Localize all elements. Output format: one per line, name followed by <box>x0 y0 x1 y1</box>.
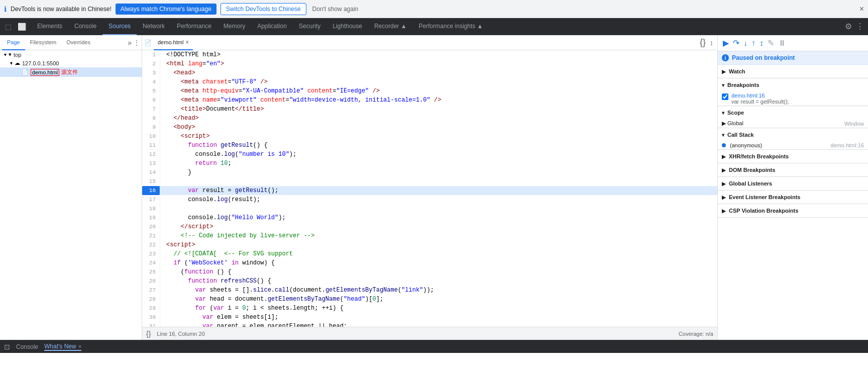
step-over-button[interactable]: ↷ <box>732 37 740 49</box>
global-listeners-arrow-icon: ▶ <box>722 181 726 187</box>
code-tab-demo[interactable]: demo.html × <box>154 35 193 50</box>
paused-text: Paused on breakpoint <box>732 54 795 61</box>
callstack-header[interactable]: ▾ Call Stack <box>718 128 868 141</box>
line-number: 24 <box>142 258 160 267</box>
code-line-30: 30 var elem = sheets[i]; <box>142 313 717 322</box>
dont-show-link[interactable]: Don't show again <box>312 6 359 13</box>
console-tab[interactable]: Console <box>16 343 38 350</box>
scope-arrow-icon: ▾ <box>722 110 724 116</box>
code-tab-close-icon[interactable]: × <box>185 39 189 46</box>
code-panel: 📄 demo.html × {} ↕ 1 <!DOCTYPE html> 2 <… <box>142 35 717 340</box>
tab-application[interactable]: Application <box>251 18 293 35</box>
step-button[interactable]: ↕ <box>758 38 765 49</box>
line-content: // <![CDATA[ <-- For SVG support <box>160 249 717 258</box>
code-line-16: 断点 16 var result = getResult(); <box>142 186 717 195</box>
dom-arrow-icon: ▶ <box>722 167 726 173</box>
scope-value: Window <box>844 121 864 127</box>
line-number: 13 <box>142 159 160 168</box>
line-number: 28 <box>142 295 160 304</box>
whats-new-tab[interactable]: What's New × <box>44 343 81 351</box>
breakpoint-code: var result = getResult(); <box>731 99 789 105</box>
source-label: 源文件 <box>61 68 78 76</box>
code-line-18: 18 <box>142 204 717 213</box>
match-language-button[interactable]: Always match Chrome's language <box>116 4 216 15</box>
tab-recorder[interactable]: Recorder ▲ <box>368 18 413 35</box>
pretty-print-button[interactable]: {} <box>146 330 151 338</box>
deactivate-breakpoints-button[interactable]: ✎ <box>767 37 775 49</box>
pause-on-exceptions-button[interactable]: ⏸ <box>777 38 787 49</box>
code-line-3: 3 <head> <box>142 68 717 77</box>
tab-lighthouse[interactable]: Lighthouse <box>327 18 368 35</box>
line-number: 4 <box>142 77 160 86</box>
resume-button[interactable]: ▶ <box>722 37 730 49</box>
tab-filesystem[interactable]: Filesystem <box>25 35 62 50</box>
inspect-icon[interactable]: ⬚ <box>3 22 14 32</box>
line-content: console.log("number is 10"); <box>160 150 717 159</box>
csp-violation-header[interactable]: ▶ CSP Violation Breakpoints <box>718 204 868 217</box>
content-area: Page Filesystem Overrides » ⋮ ▾ ▾ top ▾ … <box>0 35 868 340</box>
device-icon[interactable]: ⬜ <box>16 22 28 32</box>
xhr-breakpoints-header[interactable]: ▶ XHR/fetch Breakpoints <box>718 150 868 163</box>
step-out-button[interactable]: ↑ <box>750 38 756 49</box>
line-content: if ('WebSocket' in window) { <box>160 258 717 267</box>
dom-breakpoints-header[interactable]: ▶ DOM Breakpoints <box>718 163 868 176</box>
line-number: 17 <box>142 195 160 204</box>
line-number: 26 <box>142 277 160 286</box>
scroll-to-breakpoint-button[interactable]: ↕ <box>708 39 715 47</box>
breakpoint-file: demo.html:16 <box>731 93 789 99</box>
tree-item-demo-html[interactable]: 📄 demo.html 源文件 <box>0 67 142 77</box>
panel-more-options-icon[interactable]: ⋮ <box>134 39 140 46</box>
scope-label: Scope <box>727 110 744 116</box>
left-panel: Page Filesystem Overrides » ⋮ ▾ ▾ top ▾ … <box>0 35 142 340</box>
global-listeners-header[interactable]: ▶ Global Listeners <box>718 177 868 190</box>
tree-item-top[interactable]: ▾ ▾ top <box>0 50 142 59</box>
format-button[interactable]: {} <box>698 37 708 48</box>
line-content: </head> <box>160 114 717 123</box>
event-listener-breakpoints-header[interactable]: ▶ Event Listener Breakpoints <box>718 191 868 204</box>
breakpoints-header[interactable]: ▾ Breakpoints <box>718 78 868 92</box>
whats-new-close-icon[interactable]: × <box>78 343 81 349</box>
code-tab-label: demo.html <box>158 39 183 45</box>
code-line-19: 19 console.log("Hello World"); <box>142 213 717 222</box>
tab-sources[interactable]: Sources <box>102 18 137 35</box>
callstack-section: ▾ Call Stack (anonymous) demo.html:16 <box>718 128 868 150</box>
watch-header[interactable]: ▶ Watch <box>718 65 868 78</box>
switch-chinese-button[interactable]: Switch DevTools to Chinese <box>221 3 306 15</box>
left-panel-tabs: Page Filesystem Overrides » ⋮ <box>0 35 142 50</box>
callstack-item[interactable]: (anonymous) demo.html:16 <box>718 141 868 149</box>
console-toggle-icon[interactable]: ⊡ <box>4 343 10 351</box>
tab-performance[interactable]: Performance <box>171 18 218 35</box>
line-number: 6 <box>142 96 160 105</box>
right-icons: ⚙ ⋮ <box>841 22 868 31</box>
tree-item-server[interactable]: ▾ ☁ 127.0.0.1:5500 <box>0 59 142 67</box>
breakpoint-checkbox[interactable] <box>722 94 728 100</box>
more-tabs-icon[interactable]: » <box>128 39 132 47</box>
code-editor[interactable]: 1 <!DOCTYPE html> 2 <html lang="en"> 3 <… <box>142 50 717 327</box>
tab-console[interactable]: Console <box>68 18 102 35</box>
tab-network[interactable]: Network <box>137 18 171 35</box>
notification-close-button[interactable]: × <box>859 5 864 14</box>
tab-elements[interactable]: Elements <box>31 18 68 35</box>
tab-page[interactable]: Page <box>2 35 25 50</box>
xhr-arrow-icon: ▶ <box>722 154 726 159</box>
line-number: 19 <box>142 213 160 222</box>
line-number: 3 <box>142 68 160 77</box>
settings-icon[interactable]: ⚙ <box>845 22 852 31</box>
code-line-27: 27 var sheets = [].slice.call(document.g… <box>142 286 717 295</box>
tab-memory[interactable]: Memory <box>218 18 251 35</box>
more-options-icon[interactable]: ⋮ <box>856 22 864 31</box>
scope-header[interactable]: ▾ Scope <box>718 106 868 119</box>
line-content: var result = getResult(); <box>160 186 717 195</box>
line-number: 20 <box>142 222 160 231</box>
code-line-12: 12 console.log("number is 10"); <box>142 150 717 159</box>
scope-global-item[interactable]: ▶ Global Window <box>718 119 868 128</box>
server-icon: ☁ <box>15 60 20 66</box>
tab-performance-insights[interactable]: Performance insights ▲ <box>413 18 489 35</box>
watch-section: ▶ Watch <box>718 65 868 78</box>
tab-overrides[interactable]: Overrides <box>61 35 95 50</box>
tab-security[interactable]: Security <box>293 18 327 35</box>
line-number: 12 <box>142 150 160 159</box>
code-line-11: 11 function getResult() { <box>142 141 717 150</box>
watch-label: Watch <box>729 68 745 74</box>
step-into-button[interactable]: ↓ <box>742 38 748 49</box>
